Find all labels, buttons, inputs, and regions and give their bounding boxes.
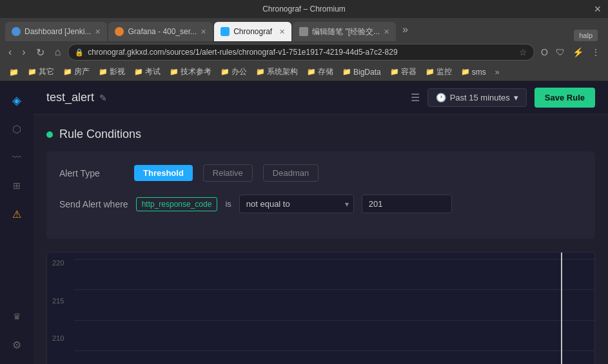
grid-line-4 bbox=[74, 350, 594, 351]
dropdown-chevron-icon: ▾ bbox=[514, 93, 518, 102]
app-header: test_alert ✎ ☰ 🕐 Past 15 minutes ▾ Save … bbox=[34, 81, 608, 115]
crown-icon: ♛ bbox=[13, 311, 21, 321]
list-icon[interactable]: ☰ bbox=[411, 91, 420, 104]
dashboard-icon: ⊞ bbox=[13, 180, 21, 191]
tab-close-chronograf[interactable]: ✕ bbox=[279, 28, 285, 36]
send-alert-label: Send Alert where bbox=[59, 199, 128, 209]
bookmark-bigdata[interactable]: 📁BigData bbox=[338, 66, 385, 78]
bookmark-folder-icon: 📁 bbox=[5, 66, 23, 78]
y-label-215: 215 bbox=[52, 297, 64, 305]
deadman-type-button[interactable]: Deadman bbox=[263, 164, 319, 182]
y-label-210: 210 bbox=[52, 334, 64, 342]
tab-label-grafana: Grafana - 400_ser... bbox=[128, 27, 197, 36]
tab-label-edit: 编辑随笔 "[经验交... bbox=[312, 26, 380, 37]
tab-close-edit[interactable]: ✕ bbox=[384, 28, 389, 36]
browser-icons: O 🛡 ⚡ ⋮ bbox=[538, 46, 603, 59]
url-text: chronograf.gkkxd.com/sources/1/alert-rul… bbox=[88, 48, 515, 57]
alert-icon: ⚠ bbox=[12, 208, 21, 220]
bookmark-qita[interactable]: 📁其它 bbox=[24, 65, 58, 79]
tab-grafana[interactable]: Grafana - 400_ser... ✕ bbox=[108, 22, 213, 41]
conditions-card: Alert Type Threshold Relative Deadman Se… bbox=[46, 151, 595, 239]
bookmarks-more[interactable]: » bbox=[491, 66, 504, 78]
bookmark-kaoshi[interactable]: 📁考试 bbox=[130, 65, 164, 79]
condition-select[interactable]: not equal to equal to greater than less … bbox=[239, 195, 354, 213]
threshold-type-button[interactable]: Threshold bbox=[134, 165, 193, 181]
tab-favicon-grafana bbox=[115, 27, 124, 36]
address-bar-row: ‹ › ↻ ⌂ 🔒 chronograf.gkkxd.com/sources/1… bbox=[0, 41, 608, 63]
bookmark-yingshi[interactable]: 📁影视 bbox=[95, 65, 129, 79]
tab-close-grafana[interactable]: ✕ bbox=[201, 28, 206, 36]
sidebar-item-graph[interactable]: 〰 bbox=[4, 144, 30, 170]
save-rule-button[interactable]: Save Rule bbox=[534, 88, 595, 108]
section-header: Rule Conditions bbox=[46, 128, 595, 141]
tab-favicon-dashboard bbox=[12, 27, 21, 36]
time-range-label: Past 15 minutes bbox=[450, 93, 510, 102]
chart-grid bbox=[74, 253, 594, 364]
tab-chronograf[interactable]: Chronograf ✕ bbox=[214, 22, 291, 41]
tab-edit[interactable]: 编辑随笔 "[经验交... ✕ bbox=[293, 22, 396, 41]
grid-line-3 bbox=[74, 320, 594, 321]
alert-type-label: Alert Type bbox=[59, 168, 124, 178]
field-tag[interactable]: http_response_code bbox=[136, 197, 218, 211]
bookmark-jiankong[interactable]: 📁监控 bbox=[422, 65, 456, 79]
send-alert-row: Send Alert where http_response_code is n… bbox=[59, 195, 582, 213]
sidebar-item-settings[interactable]: ⚙ bbox=[4, 332, 30, 358]
bookmark-fangchan[interactable]: 📁房产 bbox=[59, 65, 93, 79]
alert-type-row: Alert Type Threshold Relative Deadman bbox=[59, 164, 582, 182]
tab-bar: Dashboard [Jenki... ✕ Grafana - 400_ser.… bbox=[0, 18, 608, 41]
home-button[interactable]: ⌂ bbox=[52, 45, 64, 59]
sidebar-item-dashboard[interactable]: ⊞ bbox=[4, 173, 30, 198]
app-container: ◈ ⬡ 〰 ⊞ ⚠ ♛ ⚙ test_alert ✎ ☰ bbox=[0, 81, 608, 364]
lock-icon: 🔒 bbox=[75, 48, 84, 57]
bookmarks-bar: 📁 📁其它 📁房产 📁影视 📁考试 📁技术参考 📁办公 📁系统架构 📁存储 📁B… bbox=[0, 63, 608, 81]
tab-label-chronograf: Chronograf bbox=[233, 27, 272, 36]
edit-title-icon[interactable]: ✎ bbox=[99, 93, 107, 103]
bookmark-xitong[interactable]: 📁系统架构 bbox=[252, 65, 302, 79]
refresh-button[interactable]: ↻ bbox=[33, 45, 48, 60]
forward-button[interactable]: › bbox=[19, 45, 28, 59]
bookmark-star-icon[interactable]: ☆ bbox=[519, 47, 527, 57]
sidebar-item-logo[interactable]: ◈ bbox=[4, 88, 30, 113]
tab-favicon-chronograf bbox=[221, 27, 230, 36]
sidebar-item-crown[interactable]: ♛ bbox=[4, 303, 30, 329]
clock-icon: 🕐 bbox=[436, 93, 446, 102]
bookmark-sms[interactable]: 📁sms bbox=[457, 66, 490, 78]
more-tabs-button[interactable]: » bbox=[397, 24, 413, 35]
tab-dashboard[interactable]: Dashboard [Jenki... ✕ bbox=[5, 22, 107, 41]
section-active-dot bbox=[46, 131, 53, 138]
threshold-value-input[interactable] bbox=[362, 195, 452, 213]
tab-favicon-edit bbox=[299, 27, 308, 36]
window-close-button[interactable]: ✕ bbox=[594, 4, 602, 14]
bookmark-jishucankao[interactable]: 📁技术参考 bbox=[166, 65, 215, 79]
opera-icon[interactable]: O bbox=[538, 46, 551, 59]
tab-label-dashboard: Dashboard [Jenki... bbox=[25, 27, 91, 36]
sidebar-item-globe[interactable]: ⬡ bbox=[4, 116, 30, 142]
relative-type-button[interactable]: Relative bbox=[203, 164, 253, 182]
rule-name: test_alert bbox=[46, 91, 94, 104]
threshold-line bbox=[561, 253, 562, 364]
graph-icon: 〰 bbox=[12, 152, 21, 162]
app-title: test_alert ✎ bbox=[46, 91, 107, 104]
extension-icon[interactable]: ⚡ bbox=[570, 46, 586, 59]
section-title: Rule Conditions bbox=[59, 128, 141, 141]
is-label: is bbox=[225, 199, 231, 209]
grid-line-1 bbox=[74, 259, 594, 260]
settings-icon: ⚙ bbox=[12, 339, 21, 351]
tab-close-dashboard[interactable]: ✕ bbox=[95, 28, 101, 36]
main-content: test_alert ✎ ☰ 🕐 Past 15 minutes ▾ Save … bbox=[34, 81, 608, 364]
chart-area: 220 215 210 205 bbox=[46, 252, 595, 364]
bookmark-cunchun[interactable]: 📁存储 bbox=[303, 65, 337, 79]
address-bar[interactable]: 🔒 chronograf.gkkxd.com/sources/1/alert-r… bbox=[68, 44, 534, 61]
bookmark-bangong[interactable]: 📁办公 bbox=[217, 65, 251, 79]
back-button[interactable]: ‹ bbox=[5, 45, 15, 59]
grid-line-2 bbox=[74, 289, 594, 290]
time-range-button[interactable]: 🕐 Past 15 minutes ▾ bbox=[427, 88, 527, 107]
bookmark-rongqi[interactable]: 📁容器 bbox=[386, 65, 420, 79]
globe-icon: ⬡ bbox=[12, 123, 21, 135]
sidebar-item-alerts[interactable]: ⚠ bbox=[4, 201, 30, 227]
menu-icon[interactable]: ⋮ bbox=[589, 46, 603, 59]
shield-icon[interactable]: 🛡 bbox=[553, 46, 567, 59]
logo-icon: ◈ bbox=[12, 93, 21, 108]
y-axis: 220 215 210 205 bbox=[52, 253, 64, 364]
help-button[interactable]: halp bbox=[574, 30, 598, 41]
